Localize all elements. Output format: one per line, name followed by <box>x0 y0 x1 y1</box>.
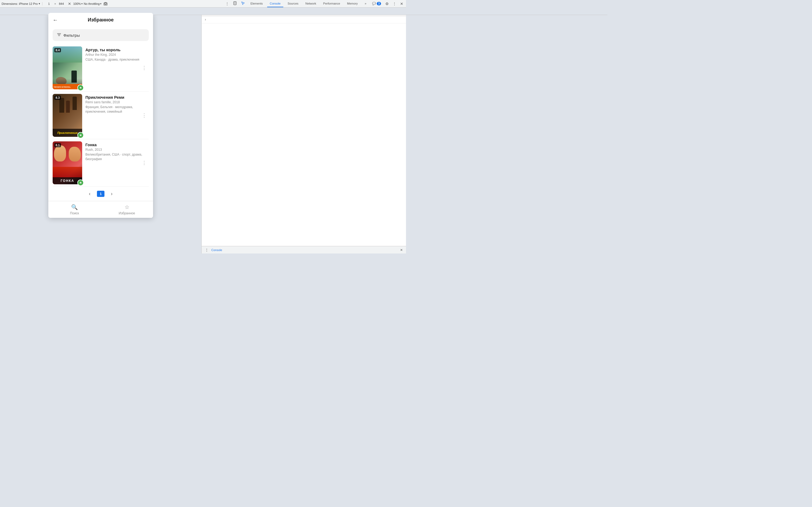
movie-poster: Приключения <box>53 94 82 137</box>
rating-badge: 8.4 <box>54 48 61 52</box>
movie-meta: Франция, Бельгия · мелодрама, приключени… <box>85 105 149 114</box>
pagination: ‹ 1 › <box>48 187 153 201</box>
close-dim-button[interactable]: ✕ <box>67 1 72 6</box>
movie-more-button[interactable]: ⋮ <box>140 110 149 120</box>
console-bottom-more-button[interactable]: ⋮ <box>204 247 210 253</box>
issues-count: 3 <box>377 2 381 5</box>
nav-item-search[interactable]: 🔍 Поиск <box>48 201 101 218</box>
filter-icon <box>57 33 61 38</box>
issues-badge[interactable]: 💬 3 <box>370 1 383 6</box>
rating-badge: 8.1 <box>54 143 61 147</box>
svg-point-0 <box>105 3 106 5</box>
rating-badge: 8.3 <box>54 96 61 100</box>
poster-wrap: 8.4 ★ Смотрите на Кинопоис Смотрите на К… <box>53 46 82 89</box>
devtools-panel: top ▾ Default levels ▾ No Issues 3 ⚙ <box>201 7 406 253</box>
current-page-button[interactable]: 1 <box>97 191 104 197</box>
favorite-badge: ★ <box>77 179 84 186</box>
settings-button[interactable]: ⚙ <box>384 1 390 6</box>
main-area: ← Избранное Фильтры <box>0 7 406 253</box>
movie-subtitle: Arthur the King, 2024 <box>85 53 149 57</box>
device-info: Dimensions: iPhone 12 Pro ▾ <box>2 2 42 5</box>
devtools-topbar-right: ⋮ Elements Console Sources Network Perfo… <box>224 0 404 7</box>
movie-subtitle: Rush, 2013 <box>85 148 149 152</box>
app-header: ← Избранное <box>48 13 153 27</box>
list-item: 8.4 ★ Смотрите на Кинопоис Смотрите на К… <box>53 44 149 92</box>
nav-favorites-label: Избранное <box>119 211 135 215</box>
page-title: Избранное <box>53 17 149 23</box>
svg-rect-2 <box>234 2 236 4</box>
movie-more-button[interactable]: ⋮ <box>140 158 149 168</box>
devtools-more-button[interactable]: ⋮ <box>392 1 397 6</box>
close-bottom-button[interactable]: ✕ <box>399 247 404 252</box>
favorite-badge: ★ <box>77 84 84 91</box>
zoom-info[interactable]: 100% ▾ <box>73 2 83 5</box>
tab-console[interactable]: Console <box>267 0 283 7</box>
favorites-icon: ☆ <box>124 204 130 210</box>
devtools-bottom: ⋮ Console ✕ <box>202 246 406 253</box>
throttle-label: No throttling <box>84 2 100 5</box>
width-input[interactable] <box>45 2 53 5</box>
back-button[interactable]: ← <box>53 17 58 23</box>
close-devtools-button[interactable]: ✕ <box>399 1 404 6</box>
movie-subtitle: Rémi sans famille, 2018 <box>85 100 149 104</box>
tab-performance[interactable]: Performance <box>321 0 343 7</box>
movie-info: Артур, ты король Arthur the King, 2024 С… <box>85 46 149 62</box>
tab-elements[interactable]: Elements <box>248 0 265 7</box>
inspect-element-icon[interactable] <box>240 1 246 7</box>
poster-label: Смотрите на Кинопоис <box>54 87 71 88</box>
prev-page-button[interactable]: ‹ <box>87 190 93 198</box>
browser-preview: ← Избранное Фильтры <box>0 7 201 253</box>
movie-title: Гонка <box>85 143 149 147</box>
zoom-dropdown-icon: ▾ <box>81 2 83 5</box>
device-dimensions-label: Dimensions: <box>2 2 18 5</box>
tab-more[interactable]: » <box>362 0 369 7</box>
dropdown-icon[interactable]: ▾ <box>39 2 40 5</box>
device-name[interactable]: iPhone 12 Pro <box>19 2 38 5</box>
bottom-nav: 🔍 Поиск ☆ Избранное <box>48 201 153 218</box>
devtools-sidebar-arrow: › <box>202 16 406 23</box>
movie-meta: США, Канада · драма, приключения <box>85 57 149 62</box>
capture-screenshot-button[interactable] <box>103 1 108 6</box>
favorite-badge: ★ <box>77 132 84 138</box>
height-input[interactable] <box>57 2 66 5</box>
movie-info: Гонка Rush, 2013 Великобритания, США · с… <box>85 142 149 162</box>
movie-meta: Великобритания, США · спорт, драма, биог… <box>85 152 149 162</box>
poster-wrap: Приключения 8.3 ★ <box>53 94 82 137</box>
nav-search-label: Поиск <box>70 211 79 215</box>
issues-icon: 💬 <box>372 2 376 5</box>
console-content <box>202 23 406 246</box>
tab-network[interactable]: Network <box>303 0 319 7</box>
movie-title: Приключения Реми <box>85 95 149 100</box>
movie-poster <box>53 46 82 89</box>
movie-list: 8.4 ★ Смотрите на Кинопоис Смотрите на К… <box>48 44 153 187</box>
search-icon: 🔍 <box>71 204 78 210</box>
movie-info: Приключения Реми Rémi sans famille, 2018… <box>85 94 149 114</box>
list-item: ГОНКА 8.1 ★ Гонка Rush, 2013 Великобрита… <box>53 139 149 187</box>
zoom-value: 100% <box>73 2 81 5</box>
movie-poster: ГОНКА <box>53 142 82 184</box>
more-options-button[interactable]: ⋮ <box>224 1 230 6</box>
tab-memory[interactable]: Memory <box>345 0 361 7</box>
movie-more-button[interactable]: ⋮ <box>140 63 149 73</box>
tab-sources[interactable]: Sources <box>285 0 301 7</box>
console-bottom-tab[interactable]: Console <box>211 248 222 251</box>
expand-sidebar-button[interactable]: › <box>204 17 207 22</box>
device-toolbar-icon[interactable] <box>232 1 238 7</box>
next-page-button[interactable]: › <box>109 190 115 198</box>
filter-button[interactable]: Фильтры <box>53 29 149 41</box>
mobile-frame: ← Избранное Фильтры <box>48 13 153 218</box>
poster-wrap: ГОНКА 8.1 ★ <box>53 142 82 184</box>
throttle-info[interactable]: No throttling ▾ <box>84 2 101 5</box>
filter-label: Фильтры <box>63 33 80 38</box>
movie-title: Артур, ты король <box>85 48 149 52</box>
throttle-dropdown-icon: ▾ <box>100 2 101 5</box>
dimension-separator: × <box>54 2 56 5</box>
nav-item-favorites[interactable]: ☆ Избранное <box>101 201 153 218</box>
list-item: Приключения 8.3 ★ Приключения Реми Rémi … <box>53 92 149 139</box>
devtools-topbar: Dimensions: iPhone 12 Pro ▾ × ✕ 100% ▾ N… <box>0 0 406 7</box>
